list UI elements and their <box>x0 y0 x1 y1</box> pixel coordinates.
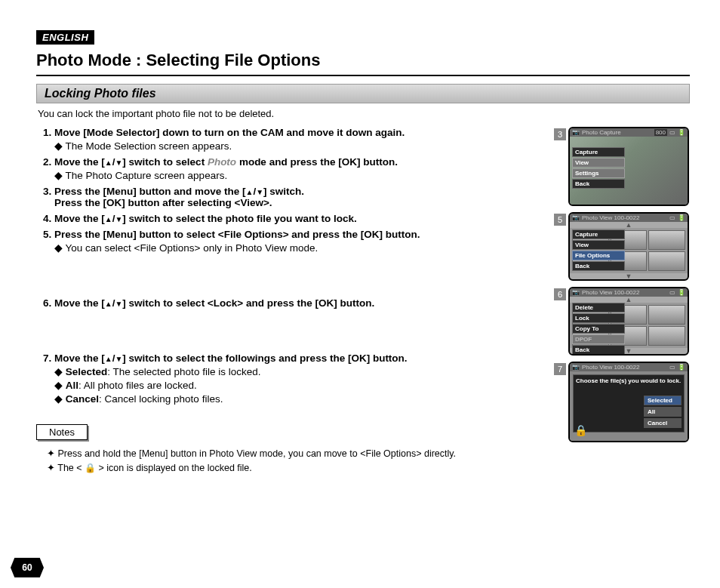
figure-5: 5 Photo View 100-0022▭🔋 ▲ Capture View F… <box>554 212 690 281</box>
menu-capture[interactable]: Capture <box>572 229 625 239</box>
up-icon <box>105 156 112 168</box>
camera-icon <box>572 289 580 296</box>
step-7-opt1: Selected: The selected photo file is loc… <box>54 365 546 377</box>
card-icon: ▭ <box>669 364 675 371</box>
page-title: Photo Mode : Selecting File Options <box>36 48 690 76</box>
step-5-sub: You can select <File Options> only in Ph… <box>54 242 546 254</box>
up-icon <box>105 297 112 309</box>
dialog-text: Choose the file(s) you would to lock. <box>576 377 682 385</box>
camera-icon <box>572 214 580 221</box>
step-1-text: Move [Mode Selector] down to turn on the… <box>54 127 405 138</box>
lcd3-badge: 800 <box>654 129 667 136</box>
step-7-text-b: ] switch to select the followings and pr… <box>122 352 407 364</box>
opt2-label: All <box>66 380 78 391</box>
opt1-label: Selected <box>66 366 108 377</box>
lcd5-menu: Capture View File Options Back <box>572 229 625 272</box>
up-icon <box>105 213 112 224</box>
note-1: ✦ Press and hold the [Menu] button in Ph… <box>47 448 546 459</box>
step-6: Move the [/] switch to select <Lock> and… <box>54 297 546 348</box>
step-2-sub: The Photo Capture screen appears. <box>54 169 546 181</box>
note-2-text-b: > icon is displayed on the locked file. <box>96 463 252 473</box>
card-icon: ▭ <box>669 129 675 136</box>
lcd6-menu: Delete Lock Copy To DPOF Back <box>572 303 625 356</box>
step-2: Move the [/] switch to select Photo mode… <box>54 156 546 181</box>
step-4-text-b: ] switch to select the photo file you wa… <box>122 213 357 224</box>
battery-icon: 🔋 <box>678 364 685 371</box>
lcd-screen-3: Photo Capture800▭🔋 Capture View Settings… <box>568 127 689 206</box>
lcd5-title: Photo View 100-0022 <box>582 214 639 221</box>
step-7: Move the [/] switch to select the follow… <box>54 352 546 405</box>
menu-settings[interactable]: Settings <box>572 168 625 178</box>
step-7-text-a: Move the [ <box>54 352 105 364</box>
menu-view[interactable]: View <box>572 240 625 250</box>
card-icon: ▭ <box>669 214 675 221</box>
step-3: Press the [Menu] button and move the [/]… <box>54 186 546 208</box>
step-4-text-a: Move the [ <box>54 213 105 224</box>
figure-6-number: 6 <box>554 288 566 300</box>
notes-heading: Notes <box>36 424 88 440</box>
step-5: Press the [Menu] button to select <File … <box>54 229 546 293</box>
down-icon <box>115 352 122 364</box>
up-icon <box>105 352 112 364</box>
step-6-text-b: ] switch to select <Lock> and press the … <box>122 297 374 309</box>
opt2-text: : All photo files are locked. <box>78 380 197 391</box>
figure-3-number: 3 <box>554 128 566 140</box>
step-2-text-b: ] switch to select <box>122 156 208 168</box>
step-7-opt2: All: All photo files are locked. <box>54 379 546 391</box>
figure-3: 3 Photo Capture800▭🔋 Capture View Settin… <box>554 127 690 206</box>
notes-list: ✦ Press and hold the [Menu] button in Ph… <box>36 448 546 473</box>
note-2-text-a: The < <box>57 463 85 473</box>
step-2-text-c: mode and press the [OK] button. <box>236 156 398 168</box>
menu-view[interactable]: View <box>572 158 625 168</box>
step-2-text-a: Move the [ <box>54 156 105 168</box>
step-5-text: Press the [Menu] button to select <File … <box>54 229 420 240</box>
note-2: ✦ The < 🔒 > icon is displayed on the loc… <box>47 462 546 473</box>
card-icon: ▭ <box>669 289 675 296</box>
step-1-sub: The Mode Selection screen appears. <box>54 140 546 152</box>
menu-back[interactable]: Back <box>572 179 625 189</box>
lcd3-title: Photo Capture <box>582 129 621 136</box>
camera-icon <box>572 129 580 136</box>
up-icon <box>246 186 254 197</box>
camera-icon <box>572 364 580 371</box>
lcd-screen-5: Photo View 100-0022▭🔋 ▲ Capture View Fil… <box>568 212 689 281</box>
battery-icon: 🔋 <box>678 289 685 296</box>
step-3-line2: Press the [OK] button after selecting <V… <box>54 197 272 208</box>
figures-column: 3 Photo Capture800▭🔋 Capture View Settin… <box>554 127 690 476</box>
down-icon <box>115 156 122 168</box>
opt1-text: : The selected photo file is locked. <box>107 366 260 377</box>
lock-dialog: Choose the file(s) you would to lock. Se… <box>573 374 685 433</box>
menu-file-options[interactable]: File Options <box>572 251 625 260</box>
note-1-text: Press and hold the [Menu] button in Phot… <box>57 448 456 459</box>
step-1: Move [Mode Selector] down to turn on the… <box>54 127 546 152</box>
lcd3-menu: Capture View Settings Back <box>572 147 625 189</box>
figure-7: 7 Photo View 100-0022▭🔋 Choose the file(… <box>554 362 690 442</box>
battery-icon: 🔋 <box>678 129 685 136</box>
menu-back[interactable]: Back <box>572 261 625 271</box>
option-selected[interactable]: Selected <box>644 396 682 405</box>
lcd6-title: Photo View 100-0022 <box>582 289 639 296</box>
step-6-text-a: Move the [ <box>54 297 105 309</box>
menu-copy-to[interactable]: Copy To <box>572 324 625 334</box>
figure-6: 6 Photo View 100-0022▭🔋 ▲ Delete Lock Co… <box>554 287 690 356</box>
menu-dpof[interactable]: DPOF <box>572 334 625 344</box>
intro-text: You can lock the important photo file no… <box>38 108 690 119</box>
option-all[interactable]: All <box>644 407 682 417</box>
step-3-line1-a: Press the [Menu] button and move the [ <box>54 186 246 197</box>
battery-icon: 🔋 <box>678 214 685 221</box>
step-4: Move the [/] switch to select the photo … <box>54 213 546 224</box>
option-cancel[interactable]: Cancel <box>644 418 682 428</box>
step-2-mode: Photo <box>208 156 236 168</box>
step-3-line1-b: ] switch. <box>263 186 304 197</box>
lock-icon: 🔒 <box>85 463 96 473</box>
language-badge: ENGLISH <box>36 30 94 45</box>
menu-back[interactable]: Back <box>572 345 625 355</box>
lcd-screen-7: Photo View 100-0022▭🔋 Choose the file(s)… <box>568 362 689 442</box>
figure-7-number: 7 <box>554 363 566 375</box>
section-heading: Locking Photo files <box>36 84 690 103</box>
down-icon <box>115 213 122 224</box>
menu-delete[interactable]: Delete <box>572 303 625 312</box>
menu-lock[interactable]: Lock <box>572 313 625 323</box>
opt3-text: : Cancel locking photo files. <box>99 393 223 405</box>
menu-capture[interactable]: Capture <box>572 147 625 157</box>
